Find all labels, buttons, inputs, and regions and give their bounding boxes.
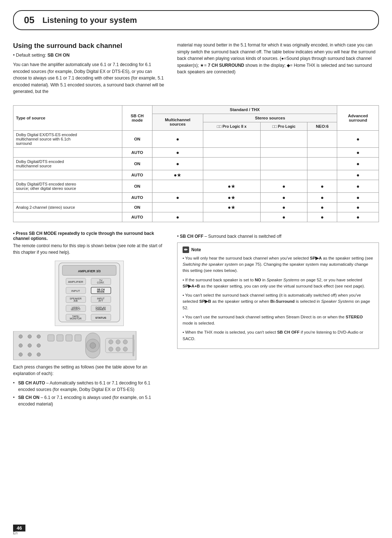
source-cell <box>13 170 122 180</box>
svg-rect-42 <box>66 335 72 341</box>
svg-text:CONT.: CONT. <box>97 281 105 284</box>
th-stereo-sources: Stereo sources <box>203 114 337 122</box>
th-pro-logic: □□ Pro Logic <box>260 122 307 130</box>
svg-point-52 <box>116 347 120 351</box>
right-body-text: material may sound better in the 5.1 for… <box>177 42 379 76</box>
press-title: • Press SB CH MODE repeatedly to cycle t… <box>13 231 166 241</box>
pro-logic-iix-cell <box>203 212 260 222</box>
neo6-cell <box>307 147 337 157</box>
svg-text:MODE: MODE <box>97 290 105 293</box>
pro-logic-cell: ● <box>260 180 307 192</box>
table-row: AUTO●★● <box>13 170 379 180</box>
note-item-1: • You will only hear the surround back c… <box>183 255 373 274</box>
source-cell <box>13 147 122 157</box>
multichannel-cell <box>152 180 203 192</box>
right-column: material may sound better in the 5.1 for… <box>177 42 379 95</box>
neo6-cell: ● <box>307 180 337 192</box>
source-cell: Dolby Digital EX/DTS-ES encodedmultichan… <box>13 130 122 147</box>
default-setting-value: SB CH ON <box>48 53 70 58</box>
advanced-cell: ● <box>337 147 379 157</box>
svg-text:A/B: A/B <box>74 299 78 302</box>
svg-text:AMPLIFIER    3/3: AMPLIFIER 3/3 <box>78 269 101 273</box>
surround-table: Type of source SB CHmode Standard / THX … <box>13 105 379 222</box>
svg-point-49 <box>116 340 120 344</box>
pro-logic-iix-cell <box>203 130 260 147</box>
svg-point-48 <box>109 340 113 344</box>
svg-text:MONITOR: MONITOR <box>70 317 81 320</box>
svg-point-33 <box>37 335 41 338</box>
multichannel-cell: ● <box>152 157 203 170</box>
th-advanced-surround: Advancedsurround <box>337 105 379 130</box>
advanced-cell: ● <box>337 202 379 212</box>
mode-cell: ON <box>122 130 152 147</box>
svg-point-34 <box>19 344 23 347</box>
default-setting-label: Default setting: <box>16 53 46 58</box>
table-row: AUTO●● <box>13 147 379 157</box>
sbch-off-text: • SB CH OFF – Surround back channel is s… <box>177 233 379 240</box>
table-row: Analog 2-channel (stereo) sourceON●★●●● <box>13 202 379 212</box>
front-panel-image <box>13 331 136 360</box>
svg-point-39 <box>37 353 41 356</box>
table-row: Dolby Digital/DTS encodedmultichannel so… <box>13 157 379 170</box>
multichannel-cell: ● <box>152 192 203 202</box>
svg-point-32 <box>28 335 32 338</box>
advanced-cell: ● <box>337 157 379 170</box>
th-standard-thx: Standard / THX <box>152 105 337 114</box>
pro-logic-iix-cell: ●★ <box>203 192 260 202</box>
svg-point-38 <box>28 353 32 356</box>
svg-text:SELECT: SELECT <box>71 308 81 311</box>
note-item-2: • If the surround back speaker is set to… <box>183 277 373 290</box>
svg-text:ATT: ATT <box>98 299 103 302</box>
bullet-sbch-on: SB CH ON – 6.1 or 7.1 encoding is always… <box>13 394 166 407</box>
pro-logic-iix-cell <box>203 147 260 157</box>
left-column: Using the surround back channel • Defaul… <box>13 42 166 95</box>
source-cell: Dolby Digital/DTS encodedmultichannel so… <box>13 157 122 170</box>
table-row: Dolby Digital/DTS encoded stereosource; … <box>13 180 379 192</box>
multichannel-cell <box>152 202 203 212</box>
source-cell <box>13 212 122 222</box>
pro-logic-cell: ● <box>260 192 307 202</box>
page-en: En <box>13 531 17 535</box>
page-number: 46 <box>13 525 25 531</box>
pro-logic-cell <box>260 170 307 180</box>
table-row: Dolby Digital EX/DTS-ES encodedmultichan… <box>13 130 379 147</box>
th-type-source: Type of source <box>13 105 122 130</box>
main-content-top: Using the surround back channel • Defaul… <box>13 42 379 95</box>
chapter-number: 05 <box>24 15 34 26</box>
pro-logic-cell <box>260 147 307 157</box>
neo6-cell: ● <box>307 212 337 222</box>
table-row: AUTO●●●● <box>13 212 379 222</box>
each-press-text: Each press changes the setting as follow… <box>13 364 166 377</box>
svg-point-50 <box>123 340 127 344</box>
advanced-cell: ● <box>337 170 379 180</box>
pro-logic-iix-cell <box>203 170 260 180</box>
advanced-cell: ● <box>337 180 379 192</box>
svg-text:STATUS: STATUS <box>95 316 106 319</box>
svg-rect-43 <box>75 335 81 341</box>
multichannel-cell: ● <box>152 147 203 157</box>
bullet-sbch-auto: SB CH AUTO – Automatically switches to 6… <box>13 380 166 393</box>
svg-point-35 <box>28 344 32 347</box>
th-neo6: NEO:6 <box>307 122 337 130</box>
table-row: AUTO●●★●●● <box>13 192 379 202</box>
pro-logic-cell: ● <box>260 212 307 222</box>
source-cell <box>13 192 122 202</box>
svg-point-46 <box>90 343 96 349</box>
svg-point-37 <box>19 353 23 356</box>
svg-text:AMPLIFIER: AMPLIFIER <box>68 280 83 284</box>
svg-point-36 <box>37 344 41 347</box>
note-box: ✏ Note • You will only hear the surround… <box>177 242 379 349</box>
pro-logic-cell: ● <box>260 202 307 212</box>
note-icon: ✏ <box>183 246 189 253</box>
neo6-cell: ● <box>307 202 337 212</box>
svg-text:DIMMER: DIMMER <box>96 308 106 311</box>
pro-logic-iix-cell: ●★ <box>203 180 260 192</box>
note-item-3: • You can't select the surround back cha… <box>183 292 373 311</box>
remote-control-image: AMPLIFIER 3/3 AMPLIFIER TV CONT. INPUT S… <box>55 261 124 326</box>
pro-logic-iix-cell <box>203 157 260 170</box>
bottom-left: • Press SB CH MODE repeatedly to cycle t… <box>13 231 166 409</box>
multichannel-cell: ● <box>152 130 203 147</box>
pro-logic-iix-cell: ●★ <box>203 202 260 212</box>
svg-rect-40 <box>48 335 54 341</box>
neo6-cell <box>307 170 337 180</box>
